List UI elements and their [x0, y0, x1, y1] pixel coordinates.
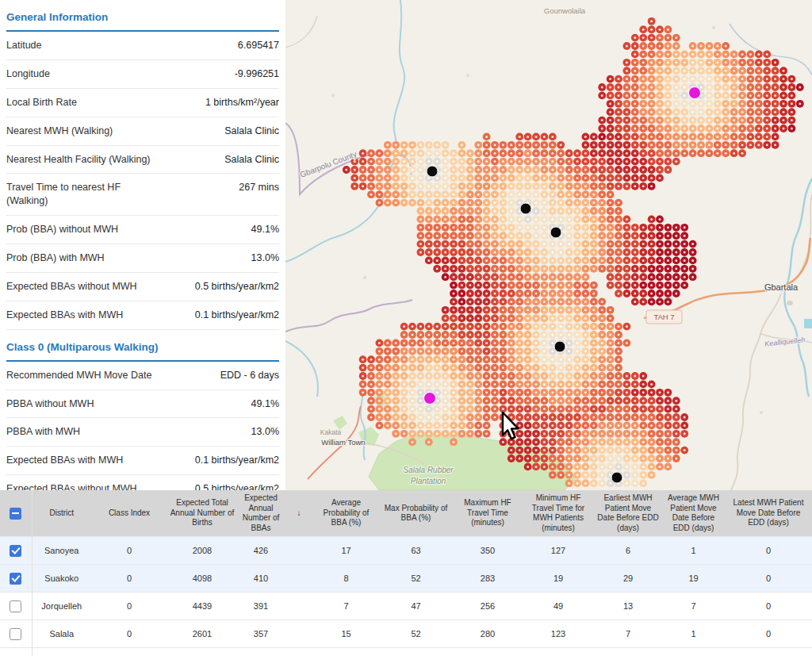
map-panel: TAH 7 Gounwolaila Gbarpolu County Gbarta… — [285, 0, 812, 490]
info-value: 13.0% — [251, 251, 279, 265]
info-value: 0.5 births/year/km2 — [195, 280, 279, 293]
value-cell: 4098 — [167, 565, 237, 593]
health-facility-marker[interactable] — [520, 203, 531, 214]
health-facility-marker[interactable] — [427, 166, 438, 177]
section-rows-class-0: Recommended MWH Move DateEDD - 6 daysPBB… — [6, 362, 279, 504]
settlement-speck — [787, 301, 793, 305]
info-value: 49.1% — [251, 397, 279, 411]
info-label: Expected BBAs with MWH — [6, 309, 123, 322]
select-all-cell[interactable] — [0, 490, 32, 537]
road-badge-tah7: TAH 7 — [646, 310, 682, 324]
value-cell: 47 — [379, 593, 453, 620]
info-value: Salala Clinic — [224, 153, 279, 167]
row-checkbox-cell[interactable] — [0, 537, 32, 565]
col-earliest-move[interactable]: Earliest MWH Patient Move Date Before ED… — [594, 490, 662, 537]
app-root: General Information Latitude6.695417Long… — [0, 0, 812, 656]
value-cell: 6 — [594, 537, 662, 565]
value-cell: 7 — [662, 593, 725, 620]
value-cell: 123 — [523, 620, 594, 648]
info-row: Expected BBAs with MWH0.1 births/year/km… — [6, 301, 279, 330]
settlement-speck — [760, 411, 763, 414]
value-cell: 8 — [313, 565, 379, 593]
info-label: Prob (BBA) with MWH — [6, 251, 105, 265]
value-cell: 350 — [453, 537, 523, 565]
info-label: Nearest Health Facility (Walking) — [6, 153, 151, 167]
value-cell: 49 — [523, 593, 594, 620]
info-value: 267 mins — [239, 181, 279, 194]
value-cell: 65 — [379, 648, 453, 656]
label-kakata: Kakata — [320, 428, 342, 436]
info-value: 6.695417 — [238, 39, 279, 52]
col-min-hf-travel[interactable]: Minimum HF Travel Time for MWH Patients … — [523, 490, 594, 537]
value-cell: 2008 — [167, 537, 237, 565]
table-row[interactable]: Jorquelleh04439391747256491370 — [0, 593, 812, 620]
label-gbartala: Gbartala — [764, 282, 799, 292]
col-expected-births[interactable]: Expected Total Annual Number of Births — [167, 490, 237, 537]
value-cell: 274 — [237, 648, 285, 656]
value-cell: 410 — [237, 565, 285, 593]
value-cell: 52 — [379, 565, 453, 593]
row-checkbox[interactable] — [10, 600, 21, 612]
value-cell: 426 — [237, 537, 285, 565]
col-class-index[interactable]: Class Index — [91, 490, 167, 537]
district-cell: Fuamah — [32, 648, 91, 656]
col-avg-prob-bba[interactable]: Average Probability of BBA (%) — [313, 490, 379, 537]
value-cell: 391 — [237, 593, 285, 620]
info-label: Travel Time to nearest HF (Walking) — [6, 181, 153, 208]
info-value: 0.1 births/year/km2 — [195, 309, 279, 322]
value-cell: 0 — [91, 565, 167, 593]
table-row[interactable]: Suakoko040984108522831929190 — [0, 565, 812, 593]
col-max-hf-travel[interactable]: Maximum HF Travel Time (minutes) — [453, 490, 523, 537]
value-cell: 1558 — [167, 648, 237, 656]
col-district[interactable]: District — [32, 490, 91, 537]
row-checkbox-cell[interactable] — [0, 565, 32, 593]
info-value: 1 births/km²/year — [205, 96, 279, 109]
info-row: PBBA with MWH13.0% — [6, 418, 279, 447]
info-row: Local Birth Rate1 births/km²/year — [6, 89, 279, 117]
map[interactable]: TAH 7 Gounwolaila Gbarpolu County Gbarta… — [285, 0, 812, 490]
col-expected-bbas[interactable]: Expected Annual Number of BBAs — [237, 490, 285, 537]
col-average-move[interactable]: Average MWH Patient Move Date Before EDD… — [662, 490, 725, 537]
row-checkbox-cell[interactable] — [0, 593, 32, 620]
row-checkbox[interactable] — [10, 545, 21, 557]
info-value: -9.996251 — [235, 67, 279, 81]
info-row: Travel Time to nearest HF (Walking)267 m… — [6, 174, 279, 216]
health-facility-marker[interactable] — [550, 227, 561, 238]
info-label: Nearest MWH (Walking) — [6, 125, 113, 138]
value-cell: 359 — [453, 648, 523, 656]
health-facility-marker[interactable] — [611, 472, 622, 483]
value-cell: 0 — [725, 620, 812, 648]
table-row[interactable]: Sanoyea020084261763350127610 — [0, 537, 812, 565]
spacer-cell — [285, 565, 313, 593]
mwh-facility-marker[interactable] — [424, 393, 436, 405]
spacer-cell — [285, 537, 313, 565]
value-cell: 256 — [453, 593, 523, 620]
info-row: Expected BBAs with MWH0.1 births/year/km… — [6, 447, 279, 475]
settlement-speck — [712, 26, 715, 29]
col-latest-move[interactable]: Latest MWH Patient Move Date Before EDD … — [725, 490, 812, 537]
table-row[interactable]: Salala026013571552280123710 — [0, 620, 812, 648]
label-william-town: William Town — [321, 438, 365, 447]
info-label: PBBA without MWH — [6, 397, 94, 411]
info-label: Prob (BBA) without MWH — [6, 223, 118, 236]
value-cell: 1 — [662, 537, 725, 565]
health-facility-marker[interactable] — [554, 341, 565, 352]
info-value: EDD - 6 days — [220, 369, 279, 382]
label-plantation: Plantation — [411, 477, 446, 485]
spacer-cell — [285, 620, 313, 648]
row-checkbox[interactable] — [10, 628, 21, 640]
table-row[interactable]: Fuamah015582741765359561670 — [0, 648, 812, 656]
mwh-facility-marker[interactable] — [689, 87, 701, 99]
row-checkbox-cell[interactable] — [0, 648, 32, 656]
row-checkbox[interactable] — [10, 573, 21, 585]
info-value: 13.0% — [251, 425, 279, 439]
row-checkbox-cell[interactable] — [0, 620, 32, 648]
value-cell: 280 — [453, 620, 523, 648]
col-max-prob-bba[interactable]: Max Probability of BBA (%) — [379, 490, 453, 537]
settlement-speck — [363, 276, 366, 279]
label-gounwolaila: Gounwolaila — [544, 6, 586, 15]
info-label: Latitude — [6, 39, 41, 52]
sort-descending-icon[interactable]: ↓ — [285, 490, 313, 537]
value-cell: 56 — [523, 648, 594, 656]
select-all-checkbox[interactable] — [10, 508, 21, 520]
